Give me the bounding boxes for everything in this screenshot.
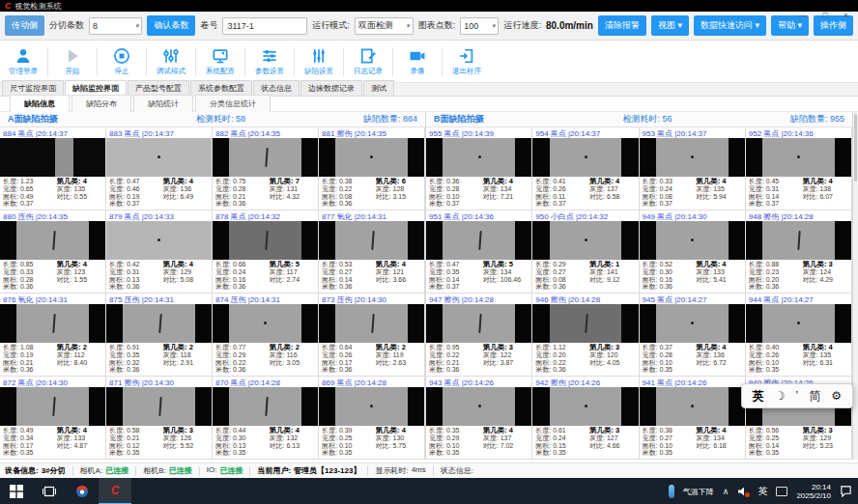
defect-card[interactable]: 883 黑点 |20:14:37长度: 0.47宽度: 0.46面积: 0.19… — [106, 127, 213, 210]
action-params[interactable]: 参数设置 — [248, 46, 291, 76]
hidden-icons-chevron[interactable]: ∧ — [723, 487, 729, 496]
defect-card[interactable]: 878 黑点 |20:14:32长度: 0.66宽度: 0.24面积: 0.16… — [213, 210, 319, 294]
roll-number-input[interactable]: 3117-1 — [222, 17, 307, 35]
defect-card-header: 877 氧化 |20:14:31 — [319, 210, 424, 221]
volume-icon[interactable] — [737, 486, 749, 497]
sub-tab-1[interactable]: 缺陷分布 — [72, 95, 131, 113]
action-debug[interactable]: 调试模式 — [150, 46, 192, 76]
language-indicator[interactable]: 英 — [758, 485, 767, 498]
defect-card[interactable]: 869 黑点 |20:14:28长度: 0.39宽度: 0.25面积: 0.10… — [319, 377, 425, 460]
pinned-app-button[interactable] — [66, 478, 99, 504]
defect-image — [106, 138, 212, 177]
main-tab-4[interactable]: 状态信息 — [253, 80, 300, 96]
defect-card[interactable]: 877 氧化 |20:14:31长度: 0.53宽度: 0.27面积: 0.14… — [319, 210, 425, 294]
defect-card[interactable]: 955 黑点 |20:14:39长度: 0.36宽度: 0.28面积: 0.10… — [426, 127, 532, 210]
metric-area: 面积: 0.13 — [109, 276, 163, 284]
minimize-button[interactable]: — — [798, 11, 807, 20]
keyboard-icon[interactable] — [776, 487, 787, 496]
gear-icon[interactable]: ⚙ — [831, 389, 842, 403]
metrics-right: 第几类: 4灰度: 138对比: 6.07 — [803, 178, 848, 210]
metric-meter: 米数: 0.35 — [749, 449, 803, 457]
defect-card[interactable]: 942 擦伤 |20:14:26长度: 0.61宽度: 0.24面积: 0.15… — [532, 377, 639, 460]
main-tab-3[interactable]: 系统参数配置 — [190, 80, 252, 96]
defect-card[interactable]: 874 压伤 |20:14:31长度: 0.77宽度: 0.29面积: 0.22… — [213, 294, 319, 377]
ime-lang-toggle[interactable]: 英 — [753, 388, 764, 405]
clock[interactable]: 20:14 2025/2/10 — [796, 483, 831, 500]
scrollbar-thumb[interactable] — [854, 114, 857, 182]
status-item: 状态信息: — [441, 465, 476, 476]
defect-card[interactable]: 870 黑点 |20:14:28长度: 0.44宽度: 0.30面积: 0.13… — [213, 377, 319, 460]
task-view-button[interactable] — [33, 478, 66, 504]
run-mode-select[interactable]: 双面检测▾ — [355, 17, 414, 35]
defect-card[interactable]: 875 压伤 |20:14:31长度: 0.91宽度: 0.35面积: 0.32… — [106, 294, 213, 377]
chart-points-select[interactable]: 100▾ — [460, 17, 499, 35]
defect-card[interactable]: 879 黑点 |20:14:33长度: 0.42宽度: 0.31面积: 0.13… — [106, 210, 213, 294]
metric-length: 长度: 0.85 — [3, 261, 57, 268]
defect-card[interactable]: 953 黑点 |20:14:37长度: 0.33宽度: 0.24面积: 0.08… — [640, 127, 746, 210]
defect-card[interactable]: 951 黑点 |20:14:36长度: 0.47宽度: 0.35面积: 0.14… — [426, 210, 532, 294]
weather-text[interactable]: 气温下降 — [683, 487, 714, 497]
view-menu-button[interactable]: 视图 ▾ — [651, 15, 689, 36]
metric-gray: 灰度: 135 — [57, 185, 102, 193]
defect-card[interactable]: 954 黑点 |20:14:37长度: 0.41宽度: 0.26面积: 0.11… — [532, 127, 639, 210]
action-exit[interactable]: 退出程序 — [445, 46, 488, 76]
defect-card[interactable]: 873 压伤 |20:14:30长度: 0.64宽度: 0.26面积: 0.17… — [319, 294, 425, 377]
metric-gray: 灰度: 127 — [589, 434, 635, 442]
quick-access-menu-button[interactable]: 数据快速访问 ▾ — [694, 15, 766, 36]
sub-tab-0[interactable]: 缺陷信息 — [10, 95, 70, 114]
drive-side-button[interactable]: 传动侧 — [5, 15, 44, 36]
defect-card[interactable]: 882 黑点 |20:14:35长度: 0.75宽度: 0.28面积: 0.21… — [213, 127, 319, 210]
metric-meter: 米数: 0.36 — [429, 366, 483, 374]
maximize-button[interactable]: □ — [822, 11, 827, 20]
defect-card[interactable]: 950 小白点 |20:14:32长度: 0.29宽度: 0.27面积: 0.0… — [532, 210, 639, 294]
main-tab-6[interactable]: 测试 — [363, 80, 394, 96]
metric-length: 长度: 0.64 — [322, 344, 376, 351]
action-log[interactable]: 日志记录 — [347, 46, 389, 76]
action-system[interactable]: 系统配置 — [199, 46, 242, 76]
main-tab-1[interactable]: 缺陷监控界面 — [65, 80, 127, 96]
clear-alarm-button[interactable]: 清除报警 — [598, 15, 646, 36]
defect-card[interactable]: 952 黑点 |20:14:36长度: 0.45宽度: 0.31面积: 0.14… — [746, 127, 852, 210]
metric-width: 宽度: 0.31 — [109, 268, 163, 276]
defect-card[interactable]: 945 黑点 |20:14:27长度: 0.37宽度: 0.28面积: 0.10… — [640, 294, 746, 377]
defect-card[interactable]: 944 黑点 |20:14:27长度: 0.40宽度: 0.26面积: 0.10… — [746, 294, 852, 377]
metric-gray: 灰度: 119 — [376, 351, 421, 359]
defect-image — [319, 138, 424, 177]
confirm-count-button[interactable]: 确认条数 — [147, 15, 195, 36]
sub-tab-2[interactable]: 缺陷统计 — [133, 95, 193, 113]
defect-card[interactable]: 947 擦伤 |20:14:28长度: 0.95宽度: 0.22面积: 0.21… — [426, 294, 532, 377]
vertical-scrollbar[interactable] — [853, 112, 858, 460]
main-tab-5[interactable]: 边缘数据记录 — [300, 80, 362, 96]
ime-punctuation-icon[interactable]: ’ — [796, 389, 799, 403]
defect-card[interactable]: 884 黑点 |20:14:37长度: 1.23宽度: 0.65面积: 0.49… — [0, 127, 106, 210]
defect-card[interactable]: 871 擦伤 |20:14:30长度: 0.58宽度: 0.21面积: 0.12… — [106, 377, 213, 460]
metric-meter: 米数: 0.37 — [429, 283, 483, 291]
action-defect-settings[interactable]: 缺陷设置 — [298, 46, 340, 76]
defect-card[interactable]: 946 擦伤 |20:14:28长度: 1.12宽度: 0.20面积: 0.22… — [532, 294, 639, 377]
notification-center-icon[interactable] — [840, 485, 852, 499]
defect-card[interactable]: 872 黑点 |20:14:30长度: 0.49宽度: 0.34面积: 0.17… — [0, 377, 106, 460]
defect-card[interactable]: 876 氧化 |20:14:31长度: 1.08宽度: 0.19面积: 0.21… — [0, 294, 106, 377]
metric-class: 第几类: 4 — [376, 427, 421, 434]
defect-card[interactable]: 881 擦伤 |20:14:35长度: 0.38宽度: 0.22面积: 0.08… — [319, 127, 425, 210]
defect-card[interactable]: 880 压伤 |20:14:35长度: 0.85宽度: 0.33面积: 0.28… — [0, 210, 106, 294]
defect-card[interactable]: 941 黑点 |20:14:26长度: 0.38宽度: 0.27面积: 0.10… — [640, 377, 746, 460]
start-button[interactable] — [0, 478, 33, 504]
active-app-button[interactable]: C — [99, 478, 131, 504]
window-controls: — □ × — [798, 11, 848, 20]
defect-card[interactable]: 948 擦伤 |20:14:28长度: 0.88宽度: 0.23面积: 0.20… — [746, 210, 852, 294]
ime-moon-icon[interactable]: ☽ — [775, 389, 786, 403]
thermometer-icon — [669, 485, 674, 498]
defect-card[interactable]: 943 黑点 |20:14:26长度: 0.35宽度: 0.29面积: 0.10… — [426, 377, 532, 460]
action-camera[interactable]: 录像 — [396, 46, 439, 76]
ime-simplified-toggle[interactable]: 简 — [809, 388, 820, 405]
action-user[interactable]: 管理登录 — [2, 46, 44, 76]
main-tab-2[interactable]: 产品型号配置 — [128, 80, 189, 96]
defect-card[interactable]: 949 黑点 |20:14:30长度: 0.52宽度: 0.30面积: 0.16… — [640, 210, 746, 294]
slit-count-select[interactable]: 8▾ — [89, 17, 142, 35]
divider — [146, 47, 147, 76]
action-stop[interactable]: 停止 — [100, 46, 143, 76]
close-button[interactable]: × — [844, 11, 848, 20]
sub-tab-3[interactable]: 分类信息统计 — [195, 95, 271, 113]
action-play[interactable]: 开始 — [51, 46, 94, 76]
